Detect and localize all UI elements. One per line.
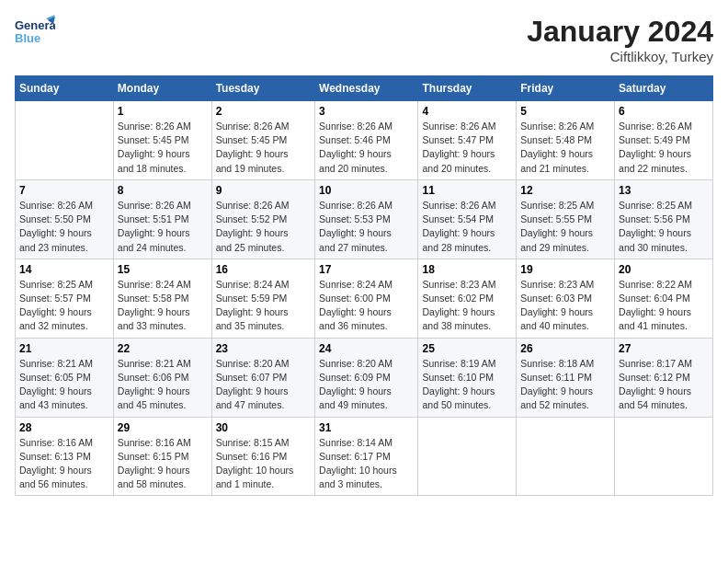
svg-text:Blue: Blue — [15, 31, 40, 45]
day-header-row: SundayMondayTuesdayWednesdayThursdayFrid… — [16, 76, 713, 101]
subtitle: Ciftlikkoy, Turkey — [527, 49, 713, 64]
calendar-cell: 15Sunrise: 8:24 AM Sunset: 5:58 PM Dayli… — [113, 259, 211, 338]
day-of-week-header: Monday — [113, 76, 211, 101]
day-number: 10 — [319, 184, 414, 197]
calendar-week-row: 1Sunrise: 8:26 AM Sunset: 5:45 PM Daylig… — [16, 101, 713, 180]
calendar-cell: 18Sunrise: 8:23 AM Sunset: 6:02 PM Dayli… — [418, 259, 517, 338]
calendar-cell: 23Sunrise: 8:20 AM Sunset: 6:07 PM Dayli… — [211, 338, 314, 417]
day-number: 24 — [319, 342, 414, 355]
day-number: 1 — [118, 105, 208, 118]
calendar-cell: 4Sunrise: 8:26 AM Sunset: 5:47 PM Daylig… — [418, 101, 517, 180]
calendar-cell: 2Sunrise: 8:26 AM Sunset: 5:45 PM Daylig… — [211, 101, 314, 180]
day-of-week-header: Tuesday — [211, 76, 314, 101]
calendar-cell: 21Sunrise: 8:21 AM Sunset: 6:05 PM Dayli… — [16, 338, 114, 417]
calendar-cell: 7Sunrise: 8:26 AM Sunset: 5:50 PM Daylig… — [16, 179, 114, 259]
day-number: 8 — [118, 184, 208, 197]
calendar-cell: 14Sunrise: 8:25 AM Sunset: 5:57 PM Dayli… — [16, 259, 114, 338]
day-number: 15 — [118, 263, 208, 276]
calendar-cell: 1Sunrise: 8:26 AM Sunset: 5:45 PM Daylig… — [113, 101, 211, 180]
day-number: 7 — [19, 184, 109, 197]
calendar-body: 1Sunrise: 8:26 AM Sunset: 5:45 PM Daylig… — [16, 101, 713, 496]
calendar-week-row: 21Sunrise: 8:21 AM Sunset: 6:05 PM Dayli… — [16, 338, 713, 417]
day-detail: Sunrise: 8:24 AM Sunset: 5:58 PM Dayligh… — [118, 278, 208, 334]
day-number: 25 — [422, 342, 512, 355]
calendar-cell: 3Sunrise: 8:26 AM Sunset: 5:46 PM Daylig… — [315, 101, 418, 180]
calendar-cell — [517, 417, 615, 496]
day-detail: Sunrise: 8:26 AM Sunset: 5:49 PM Dayligh… — [619, 120, 709, 176]
day-number: 31 — [319, 421, 414, 434]
day-detail: Sunrise: 8:20 AM Sunset: 6:07 PM Dayligh… — [216, 357, 311, 413]
calendar-cell: 10Sunrise: 8:26 AM Sunset: 5:53 PM Dayli… — [315, 179, 418, 259]
day-number: 29 — [118, 421, 208, 434]
calendar-cell: 28Sunrise: 8:16 AM Sunset: 6:13 PM Dayli… — [16, 417, 114, 496]
day-detail: Sunrise: 8:14 AM Sunset: 6:17 PM Dayligh… — [319, 436, 414, 492]
day-number: 14 — [19, 263, 109, 276]
day-number: 13 — [619, 184, 709, 197]
calendar-cell: 9Sunrise: 8:26 AM Sunset: 5:52 PM Daylig… — [211, 179, 314, 259]
calendar-cell: 20Sunrise: 8:22 AM Sunset: 6:04 PM Dayli… — [615, 259, 713, 338]
day-detail: Sunrise: 8:25 AM Sunset: 5:55 PM Dayligh… — [520, 199, 610, 255]
calendar-cell: 29Sunrise: 8:16 AM Sunset: 6:15 PM Dayli… — [113, 417, 211, 496]
day-number: 26 — [520, 342, 610, 355]
day-of-week-header: Thursday — [418, 76, 517, 101]
calendar-cell: 22Sunrise: 8:21 AM Sunset: 6:06 PM Dayli… — [113, 338, 211, 417]
day-detail: Sunrise: 8:25 AM Sunset: 5:56 PM Dayligh… — [619, 199, 709, 255]
day-number: 17 — [319, 263, 414, 276]
calendar-cell: 12Sunrise: 8:25 AM Sunset: 5:55 PM Dayli… — [517, 179, 615, 259]
day-detail: Sunrise: 8:26 AM Sunset: 5:53 PM Dayligh… — [319, 199, 414, 255]
day-detail: Sunrise: 8:19 AM Sunset: 6:10 PM Dayligh… — [422, 357, 512, 413]
calendar-cell: 30Sunrise: 8:15 AM Sunset: 6:16 PM Dayli… — [211, 417, 314, 496]
calendar-header: SundayMondayTuesdayWednesdayThursdayFrid… — [16, 76, 713, 101]
calendar-cell: 11Sunrise: 8:26 AM Sunset: 5:54 PM Dayli… — [418, 179, 517, 259]
day-detail: Sunrise: 8:17 AM Sunset: 6:12 PM Dayligh… — [619, 357, 709, 413]
day-number: 2 — [216, 105, 311, 118]
day-number: 22 — [118, 342, 208, 355]
calendar-cell: 27Sunrise: 8:17 AM Sunset: 6:12 PM Dayli… — [615, 338, 713, 417]
day-detail: Sunrise: 8:18 AM Sunset: 6:11 PM Dayligh… — [520, 357, 610, 413]
day-of-week-header: Saturday — [615, 76, 713, 101]
day-detail: Sunrise: 8:26 AM Sunset: 5:45 PM Dayligh… — [216, 120, 311, 176]
day-detail: Sunrise: 8:16 AM Sunset: 6:13 PM Dayligh… — [19, 436, 109, 492]
day-detail: Sunrise: 8:26 AM Sunset: 5:54 PM Dayligh… — [422, 199, 512, 255]
day-detail: Sunrise: 8:25 AM Sunset: 5:57 PM Dayligh… — [19, 278, 109, 334]
logo-icon: General Blue — [15, 15, 55, 48]
day-detail: Sunrise: 8:26 AM Sunset: 5:45 PM Dayligh… — [118, 120, 208, 176]
calendar-table: SundayMondayTuesdayWednesdayThursdayFrid… — [15, 75, 713, 496]
day-of-week-header: Sunday — [16, 76, 114, 101]
page-header: General Blue January 2024 Ciftlikkoy, Tu… — [15, 15, 713, 64]
day-number: 5 — [520, 105, 610, 118]
calendar-cell: 16Sunrise: 8:24 AM Sunset: 5:59 PM Dayli… — [211, 259, 314, 338]
day-number: 27 — [619, 342, 709, 355]
title-block: January 2024 Ciftlikkoy, Turkey — [527, 15, 713, 64]
day-detail: Sunrise: 8:16 AM Sunset: 6:15 PM Dayligh… — [118, 436, 208, 492]
day-number: 12 — [520, 184, 610, 197]
calendar-week-row: 28Sunrise: 8:16 AM Sunset: 6:13 PM Dayli… — [16, 417, 713, 496]
logo: General Blue — [15, 15, 55, 48]
calendar-cell — [418, 417, 517, 496]
day-detail: Sunrise: 8:21 AM Sunset: 6:06 PM Dayligh… — [118, 357, 208, 413]
day-number: 19 — [520, 263, 610, 276]
calendar-cell: 24Sunrise: 8:20 AM Sunset: 6:09 PM Dayli… — [315, 338, 418, 417]
calendar-cell — [615, 417, 713, 496]
calendar-cell: 17Sunrise: 8:24 AM Sunset: 6:00 PM Dayli… — [315, 259, 418, 338]
calendar-cell: 6Sunrise: 8:26 AM Sunset: 5:49 PM Daylig… — [615, 101, 713, 180]
calendar-week-row: 7Sunrise: 8:26 AM Sunset: 5:50 PM Daylig… — [16, 179, 713, 259]
day-detail: Sunrise: 8:26 AM Sunset: 5:50 PM Dayligh… — [19, 199, 109, 255]
main-title: January 2024 — [527, 15, 713, 49]
day-detail: Sunrise: 8:26 AM Sunset: 5:47 PM Dayligh… — [422, 120, 512, 176]
day-detail: Sunrise: 8:26 AM Sunset: 5:51 PM Dayligh… — [118, 199, 208, 255]
day-number: 28 — [19, 421, 109, 434]
calendar-cell: 5Sunrise: 8:26 AM Sunset: 5:48 PM Daylig… — [517, 101, 615, 180]
day-number: 16 — [216, 263, 311, 276]
day-number: 9 — [216, 184, 311, 197]
day-detail: Sunrise: 8:21 AM Sunset: 6:05 PM Dayligh… — [19, 357, 109, 413]
day-detail: Sunrise: 8:23 AM Sunset: 6:02 PM Dayligh… — [422, 278, 512, 334]
day-number: 23 — [216, 342, 311, 355]
calendar-cell: 13Sunrise: 8:25 AM Sunset: 5:56 PM Dayli… — [615, 179, 713, 259]
day-detail: Sunrise: 8:26 AM Sunset: 5:52 PM Dayligh… — [216, 199, 311, 255]
day-detail: Sunrise: 8:26 AM Sunset: 5:48 PM Dayligh… — [520, 120, 610, 176]
day-number: 18 — [422, 263, 512, 276]
calendar-cell: 31Sunrise: 8:14 AM Sunset: 6:17 PM Dayli… — [315, 417, 418, 496]
day-of-week-header: Friday — [517, 76, 615, 101]
day-of-week-header: Wednesday — [315, 76, 418, 101]
